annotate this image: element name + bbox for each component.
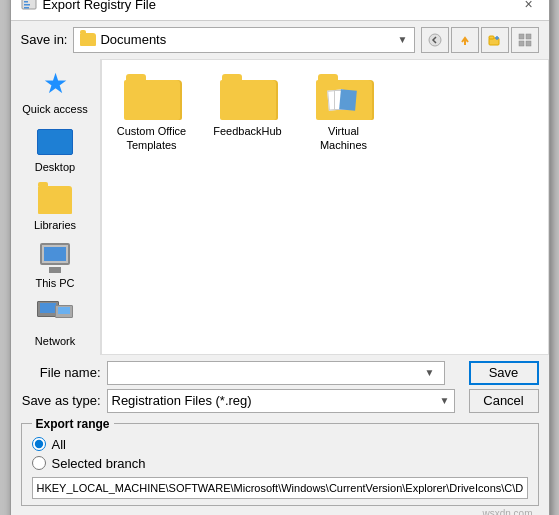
up-button[interactable] (451, 27, 479, 53)
title-bar-left: Export Registry File (21, 0, 156, 12)
back-button[interactable] (421, 27, 449, 53)
selected-radio-row: Selected branch (32, 456, 528, 471)
save-in-combo[interactable]: Documents ▼ (73, 27, 414, 53)
svg-rect-3 (24, 7, 29, 9)
svg-rect-7 (489, 36, 494, 39)
svg-rect-10 (519, 34, 524, 39)
new-folder-icon (488, 33, 502, 47)
svg-rect-2 (24, 4, 30, 6)
folder-label-virtual-machines: Virtual Machines (308, 124, 380, 153)
folder-icon-feedbackhub (220, 74, 276, 120)
svg-rect-13 (526, 41, 531, 46)
export-registry-dialog: Export Registry File × Save in: Document… (10, 0, 550, 515)
dropdown-arrow-icon: ▼ (398, 34, 408, 45)
this-pc-icon (35, 241, 75, 275)
sidebar: ★ Quick access Desktop Libraries (11, 59, 101, 355)
back-icon (428, 33, 442, 47)
filename-input-wrap: ▼ (107, 361, 455, 385)
filetype-row: Save as type: Registration Files (*.reg)… (21, 389, 539, 413)
title-bar: Export Registry File × (11, 0, 549, 21)
all-radio-row: All (32, 437, 528, 452)
folder-icon-custom-office (124, 74, 180, 120)
quick-access-icon: ★ (35, 67, 75, 101)
sidebar-label-network: Network (35, 335, 75, 347)
folder-label-feedbackhub: FeedbackHub (213, 124, 282, 138)
branch-input[interactable] (32, 477, 528, 499)
sidebar-item-libraries[interactable]: Libraries (15, 179, 95, 235)
folder-icon-small (80, 33, 96, 46)
filetype-label: Save as type: (21, 393, 101, 408)
cancel-button[interactable]: Cancel (469, 389, 539, 413)
location-text: Documents (100, 32, 393, 47)
filename-row: File name: ▼ Save (21, 361, 539, 385)
filetype-value: Registration Files (*.reg) (112, 393, 252, 408)
desktop-icon (35, 125, 75, 159)
sidebar-label-libraries: Libraries (34, 219, 76, 231)
sidebar-item-network[interactable]: Network (15, 295, 95, 351)
all-radio[interactable] (32, 437, 46, 451)
sidebar-item-quick-access[interactable]: ★ Quick access (15, 63, 95, 119)
watermark: wsxdn.com (21, 506, 539, 516)
registry-icon (21, 0, 37, 12)
sidebar-label-desktop: Desktop (35, 161, 75, 173)
selected-radio[interactable] (32, 456, 46, 470)
libraries-icon (35, 183, 75, 217)
up-icon (458, 33, 472, 47)
views-icon (518, 33, 532, 47)
folder-feedbackhub[interactable]: FeedbackHub (208, 70, 288, 157)
save-in-label: Save in: (21, 32, 68, 47)
file-list: Custom Office Templates FeedbackHub (101, 59, 549, 355)
filename-input[interactable] (107, 361, 445, 385)
all-radio-label: All (52, 437, 66, 452)
export-range-fieldset: Export range All Selected branch (21, 417, 539, 506)
svg-point-4 (429, 34, 441, 46)
network-icon (35, 299, 75, 333)
svg-rect-1 (24, 1, 28, 3)
close-button[interactable]: × (519, 0, 539, 14)
toolbar-row: Save in: Documents ▼ (11, 21, 549, 59)
folder-custom-office[interactable]: Custom Office Templates (112, 70, 192, 157)
filename-label: File name: (21, 365, 101, 380)
filetype-select[interactable]: Registration Files (*.reg) ▼ (107, 389, 455, 413)
folder-virtual-machines[interactable]: Virtual Machines (304, 70, 384, 157)
sidebar-label-quick-access: Quick access (22, 103, 87, 115)
export-range-legend: Export range (32, 417, 114, 431)
dialog-title: Export Registry File (43, 0, 156, 12)
folder-label-custom-office: Custom Office Templates (116, 124, 188, 153)
content-area: ★ Quick access Desktop Libraries (11, 59, 549, 355)
views-button[interactable] (511, 27, 539, 53)
svg-rect-11 (526, 34, 531, 39)
nav-buttons (421, 27, 539, 53)
sidebar-item-desktop[interactable]: Desktop (15, 121, 95, 177)
bottom-form: File name: ▼ Save Save as type: Registra… (11, 355, 549, 516)
sidebar-item-this-pc[interactable]: This PC (15, 237, 95, 293)
new-folder-button[interactable] (481, 27, 509, 53)
folder-icon-virtual-machines (316, 74, 372, 120)
svg-rect-12 (519, 41, 524, 46)
filetype-dropdown-icon: ▼ (440, 395, 450, 406)
selected-radio-label: Selected branch (52, 456, 146, 471)
sidebar-label-this-pc: This PC (35, 277, 74, 289)
save-button[interactable]: Save (469, 361, 539, 385)
